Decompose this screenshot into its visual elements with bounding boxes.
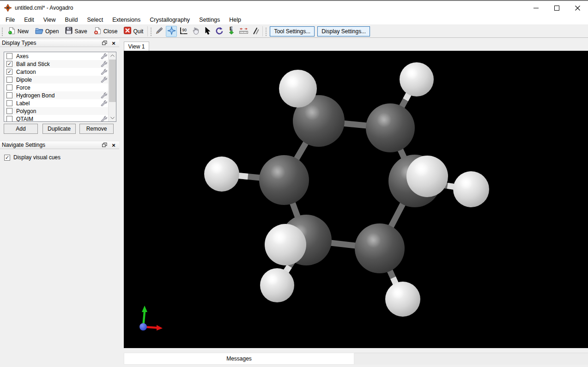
toolbar-tools-group: 90E <box>153 26 261 37</box>
display-type-label: Ball and Stick <box>16 61 100 67</box>
pencil-icon <box>155 27 164 36</box>
align-sticks-icon <box>252 27 259 36</box>
open-button-label: Open <box>45 28 59 35</box>
svg-text:E: E <box>230 26 233 31</box>
menu-item-build[interactable]: Build <box>61 15 83 24</box>
tab-messages[interactable]: Messages <box>124 353 354 365</box>
hydrogen-atom-H5b <box>260 268 294 302</box>
display-settings-button[interactable]: Display Settings... <box>317 26 370 36</box>
display-type-checkbox-polygon[interactable] <box>6 108 12 114</box>
display-type-row-hydrogen-bond[interactable]: Hydrogen Bond <box>4 91 109 99</box>
display-type-row-label[interactable]: Label <box>4 99 109 107</box>
quit-button-label: Quit <box>133 28 143 35</box>
wrench-settings-icon[interactable] <box>100 53 108 60</box>
wrench-settings-icon[interactable] <box>100 100 108 107</box>
display-type-checkbox-qtaim[interactable] <box>6 116 12 122</box>
display-type-checkbox-label[interactable] <box>6 100 12 106</box>
main-toolbar: NewOpenSaveCloseQuit 90E Tool Settings..… <box>0 25 588 38</box>
close-button[interactable] <box>567 1 588 15</box>
menu-item-file[interactable]: File <box>1 15 19 24</box>
wrench-settings-icon[interactable] <box>100 77 108 83</box>
display-type-checkbox-dipole[interactable] <box>6 77 12 83</box>
view-tab-label: View 1 <box>128 43 145 50</box>
display-type-checkbox-axes[interactable] <box>6 53 12 59</box>
duplicate-button[interactable]: Duplicate <box>42 124 76 134</box>
selection-tool-button[interactable] <box>202 26 213 37</box>
quit-button[interactable]: Quit <box>121 26 146 37</box>
display-type-row-polygon[interactable]: Polygon <box>4 107 109 115</box>
hydrogen-atom-H4 <box>385 282 420 317</box>
menu-item-select[interactable]: Select <box>82 15 108 24</box>
toolbar-drag-handle[interactable] <box>1 27 3 36</box>
add-button[interactable]: Add <box>4 124 38 134</box>
tool-settings-button[interactable]: Tool Settings... <box>270 26 315 36</box>
save-button[interactable]: Save <box>62 26 90 37</box>
display-type-checkbox-ball-and-stick[interactable] <box>6 61 12 67</box>
display-type-checkbox-cartoon[interactable] <box>6 69 12 75</box>
draw-tool-button[interactable] <box>154 26 165 37</box>
display-visual-cues-label: Display visual cues <box>13 154 61 161</box>
toolbar-separator <box>147 26 148 36</box>
close-panel-icon[interactable]: × <box>110 40 117 46</box>
display-type-label: QTAIM <box>16 116 100 122</box>
display-types-rows: AxesBall and StickCartoonDipoleForceHydr… <box>4 52 109 122</box>
wrench-settings-icon[interactable] <box>100 61 108 67</box>
display-type-label: Polygon <box>16 108 109 114</box>
display-type-row-axes[interactable]: Axes <box>4 52 109 60</box>
menu-item-extensions[interactable]: Extensions <box>108 15 145 24</box>
display-type-row-cartoon[interactable]: Cartoon <box>4 68 109 76</box>
display-type-row-dipole[interactable]: Dipole <box>4 76 109 84</box>
display-type-checkbox-hydrogen-bond[interactable] <box>6 92 12 98</box>
menu-item-edit[interactable]: Edit <box>19 15 39 24</box>
toolbar-separator <box>262 26 263 36</box>
molecule-render <box>124 51 588 348</box>
display-visual-cues-checkbox[interactable] <box>4 155 10 161</box>
display-type-label: Force <box>16 84 109 91</box>
hydrogen-atom-H2 <box>400 62 434 96</box>
menu-item-crystallography[interactable]: Crystallography <box>145 15 194 24</box>
scroll-down-icon[interactable] <box>109 114 116 121</box>
display-type-label: Dipole <box>16 77 100 83</box>
maximize-button[interactable] <box>546 1 567 15</box>
menu-item-view[interactable]: View <box>39 15 61 24</box>
new-button[interactable]: New <box>5 26 32 37</box>
wrench-settings-icon[interactable] <box>100 116 108 122</box>
bond-centric-tool-button[interactable]: 90 <box>178 26 189 37</box>
auto-optimize-tool-button[interactable]: E <box>226 26 237 37</box>
float-panel-icon[interactable] <box>101 142 108 148</box>
wrench-settings-icon[interactable] <box>100 92 108 99</box>
align-tool-button[interactable] <box>250 26 261 37</box>
remove-button[interactable]: Remove <box>79 124 114 134</box>
carbon-atom-C2 <box>366 103 415 152</box>
display-types-scrollbar[interactable] <box>108 52 116 121</box>
display-type-checkbox-force[interactable] <box>6 84 12 90</box>
display-type-row-ball-and-stick[interactable]: Ball and Stick <box>4 60 109 68</box>
scrollbar-thumb[interactable] <box>109 60 116 102</box>
display-type-row-qtaim[interactable]: QTAIM <box>4 115 109 122</box>
new-document-icon <box>8 27 16 36</box>
open-button[interactable]: Open <box>32 26 62 37</box>
menu-item-settings[interactable]: Settings <box>194 15 224 24</box>
navigate-settings-panel-title: Navigate Settings <box>2 142 99 148</box>
auto-rotate-tool-button[interactable] <box>214 26 225 37</box>
measure-tool-button[interactable] <box>238 26 249 37</box>
bottom-dock-area <box>354 353 588 365</box>
toolbar-drag-handle[interactable] <box>265 27 267 36</box>
tab-view-1[interactable]: View 1 <box>124 42 149 51</box>
toolbar-drag-handle[interactable] <box>150 27 152 36</box>
close-button[interactable]: Close <box>91 26 121 37</box>
molecule-viewport-3d[interactable] <box>124 51 588 348</box>
scroll-up-icon[interactable] <box>109 52 116 59</box>
close-panel-icon[interactable]: × <box>110 142 117 148</box>
minimize-button[interactable] <box>526 1 546 15</box>
menu-item-help[interactable]: Help <box>224 15 246 24</box>
display-types-list: AxesBall and StickCartoonDipoleForceHydr… <box>4 52 116 122</box>
hydrogen-atom-H1 <box>279 70 317 108</box>
float-panel-icon[interactable] <box>101 40 108 46</box>
navigate-tool-button[interactable] <box>166 26 177 37</box>
wrench-settings-icon[interactable] <box>100 69 108 75</box>
display-type-label: Label <box>16 100 100 107</box>
display-types-panel-titlebar: Display Types × <box>0 39 119 47</box>
display-type-row-force[interactable]: Force <box>4 84 109 91</box>
manipulate-tool-button[interactable] <box>190 26 201 37</box>
